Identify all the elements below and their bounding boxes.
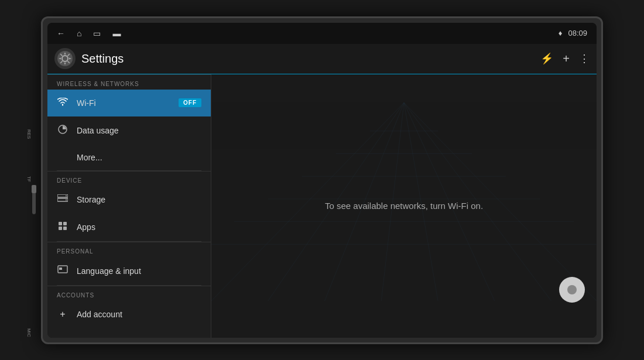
location-icon: ♦ [559,29,563,37]
sidebar-item-more[interactable]: More... [47,145,211,170]
add-action-button[interactable]: + [563,52,570,66]
storage-label: Storage [77,195,105,204]
section-accounts: ACCOUNTS [47,286,211,301]
sidebar-item-add-account[interactable]: + Add account [47,301,211,328]
screen: ← ⌂ ▭ ▬ ♦ 08:09 [47,23,597,338]
language-icon [57,265,68,277]
app-header: Settings ⚡ + ⋮ [47,44,597,74]
section-wireless: WIRELESS & NETWORKS [47,74,211,90]
scroll-fab[interactable] [559,277,585,303]
tf-label: TF [26,176,32,182]
svg-rect-10 [59,227,62,230]
storage-icon [57,194,68,205]
circle-icon [566,284,578,296]
data-usage-icon [57,125,68,136]
wifi-off-message: To see available networks, turn Wi-Fi on… [325,201,483,211]
apps-icon [57,221,68,233]
res-label: RES [26,129,32,139]
sidebar-item-data-usage[interactable]: Data usage [47,116,211,145]
sidebar: WIRELESS & NETWORKS Wi-Fi OFF [47,74,211,338]
right-panel: .gl{stroke:#4af;stroke-width:0.8;opacity… [211,74,597,338]
app-icon [54,48,76,69]
apps-label: Apps [77,222,95,232]
svg-rect-8 [59,222,62,225]
svg-rect-13 [59,268,62,270]
sidebar-item-storage[interactable]: Storage [47,186,211,213]
add-account-icon: + [57,309,68,320]
main-content: WIRELESS & NETWORKS Wi-Fi OFF [47,74,597,338]
back-button[interactable]: ← [57,29,65,38]
section-device: DEVICE [47,171,211,186]
svg-point-7 [66,199,67,200]
clock: 08:09 [568,29,587,37]
svg-point-2 [62,104,63,105]
wifi-toggle[interactable]: OFF [179,98,201,107]
data-usage-label: Data usage [77,126,119,135]
add-account-label: Add account [77,310,122,319]
svg-rect-11 [63,227,67,230]
mic-label: MIC [26,328,32,337]
volume-slider[interactable] [32,185,36,214]
sidebar-item-language[interactable]: Language & input [47,257,211,285]
more-options-button[interactable]: ⋮ [579,52,590,65]
section-personal: PERSONAL [47,242,211,257]
wifi-icon [57,98,68,108]
grid-background: .gl{stroke:#4af;stroke-width:0.8;opacity… [211,74,597,301]
settings-app-icon [57,50,73,67]
wifi-label: Wi-Fi [77,98,96,108]
extra-nav-button[interactable]: ▬ [112,29,121,38]
more-label: More... [77,153,102,162]
svg-point-6 [66,195,67,196]
flash-action-icon[interactable]: ⚡ [540,52,553,65]
nav-buttons: ← ⌂ ▭ ▬ [57,29,121,38]
device-frame: RES TF MIC ← ⌂ ▭ ▬ ♦ 08:09 [41,16,603,344]
status-right: ♦ 08:09 [559,29,587,37]
slider-thumb[interactable] [32,185,36,193]
home-button[interactable]: ⌂ [77,29,81,38]
sidebar-item-apps[interactable]: Apps [47,213,211,241]
header-actions: ⚡ + ⋮ [540,52,590,66]
app-title: Settings [81,52,540,66]
status-bar: ← ⌂ ▭ ▬ ♦ 08:09 [47,23,597,44]
svg-point-28 [567,285,577,294]
sidebar-item-wifi[interactable]: Wi-Fi OFF [47,90,211,116]
recents-button[interactable]: ▭ [93,29,101,38]
svg-rect-9 [63,222,67,225]
language-label: Language & input [77,266,141,276]
